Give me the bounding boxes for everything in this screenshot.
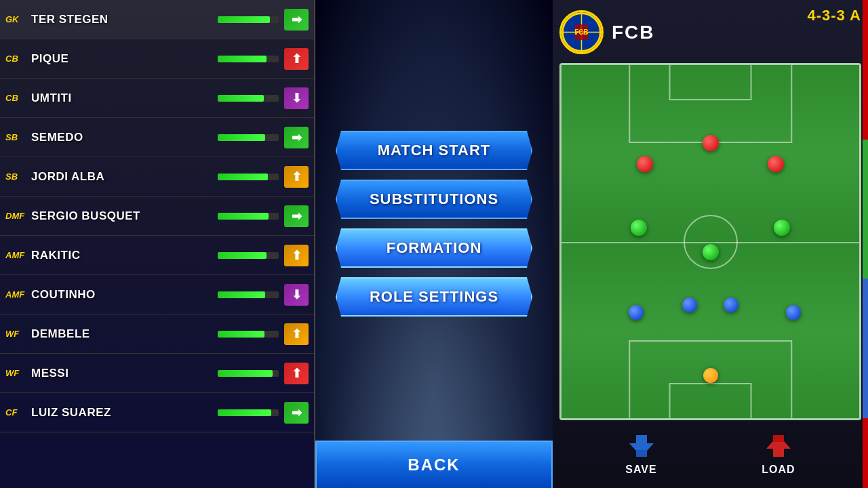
pitch-player-blue-2	[682, 298, 697, 312]
position-badge: WF	[5, 329, 31, 339]
action-button[interactable]: ➡	[284, 205, 309, 227]
stat-bar-container	[218, 134, 279, 141]
stat-bar-container	[218, 409, 279, 416]
arrow-icon: ⬆	[292, 169, 302, 184]
pitch-player-red-10	[768, 156, 784, 172]
save-control[interactable]: SAVE	[625, 431, 656, 476]
action-button[interactable]: ⬆	[284, 323, 309, 345]
load-control[interactable]: LOAD	[762, 431, 795, 476]
stat-bar-container	[218, 331, 279, 338]
player-row[interactable]: WF MESSI ⬆	[0, 354, 314, 393]
action-button[interactable]: ⬆	[284, 363, 309, 384]
stat-bar	[218, 213, 269, 220]
stat-bar-container	[218, 16, 279, 23]
pitch-player-green-7	[774, 220, 790, 236]
position-badge: GK	[5, 14, 31, 24]
player-name: UMTITI	[31, 92, 218, 105]
action-button[interactable]: ⬇	[284, 87, 309, 109]
position-badge: WF	[5, 368, 31, 378]
bar-red	[863, 0, 868, 70]
player-row[interactable]: AMF COUTINHO ⬇	[0, 275, 314, 314]
position-badge: CB	[5, 93, 31, 103]
formation-label: 4-3-3 A	[807, 7, 861, 24]
action-button[interactable]: ➡	[284, 402, 309, 424]
action-button[interactable]: ➡	[284, 9, 309, 30]
match-start-button[interactable]: MATCH START	[336, 131, 532, 170]
bottom-controls: SAVE LOAD	[559, 426, 861, 481]
player-name: JORDI ALBA	[31, 170, 218, 184]
player-name: LUIZ SUAREZ	[31, 406, 218, 420]
stat-bar	[218, 331, 264, 338]
arrow-icon: ⬇	[292, 91, 302, 106]
svg-rect-1	[575, 24, 588, 40]
save-label: SAVE	[625, 464, 656, 476]
action-button[interactable]: ⬆	[284, 245, 309, 266]
formation-button[interactable]: FORMATION	[336, 228, 532, 268]
pitch-player-orange-0	[703, 368, 718, 383]
player-row[interactable]: CB UMTITI ⬇	[0, 79, 314, 118]
stat-bar-container	[218, 213, 279, 220]
position-badge: AMF	[5, 250, 31, 260]
position-badge: CF	[5, 407, 31, 418]
player-row[interactable]: SB SEMEDO ➡	[0, 118, 314, 157]
position-badge: SB	[5, 132, 31, 142]
role-settings-button[interactable]: ROLE SETTINGS	[336, 277, 532, 317]
player-name: PIQUE	[31, 52, 218, 66]
player-row[interactable]: SB JORDI ALBA ⬆	[0, 157, 314, 197]
player-name: TER STEGEN	[31, 13, 218, 26]
arrow-icon: ⬆	[292, 366, 302, 381]
arrow-icon: ⬇	[292, 287, 302, 302]
bar-green	[863, 140, 868, 209]
action-button[interactable]: ➡	[284, 127, 309, 148]
player-row[interactable]: DMF SERGIO BUSQUET ➡	[0, 197, 314, 236]
pitch-player-red-9	[703, 135, 719, 151]
player-row[interactable]: WF DEMBELE ⬆	[0, 314, 314, 354]
position-badge: CB	[5, 54, 31, 64]
stat-bar	[218, 134, 265, 141]
pitch	[559, 63, 861, 420]
position-badge: DMF	[5, 211, 31, 221]
bar-green2	[863, 209, 868, 279]
bar-red2	[863, 70, 868, 140]
save-icon	[627, 431, 656, 461]
player-row[interactable]: CF LUIZ SUAREZ ➡	[0, 393, 314, 432]
pitch-player-blue-1	[629, 305, 644, 320]
stat-bar-container	[218, 95, 279, 102]
action-button[interactable]: ⬇	[284, 284, 309, 306]
player-row[interactable]: AMF RAKITIC ⬆	[0, 236, 314, 275]
player-name: MESSI	[31, 367, 218, 380]
tactical-panel: FCB FCB 4-3-3 A SAVE	[553, 0, 868, 488]
pitch-player-green-5	[631, 220, 647, 236]
player-name: SERGIO BUSQUET	[31, 209, 218, 223]
stat-bar	[218, 174, 268, 180]
arrow-icon: ➡	[292, 209, 302, 224]
position-badge: AMF	[5, 289, 31, 300]
load-icon	[764, 431, 793, 461]
back-button[interactable]: BACK	[315, 441, 553, 488]
stat-bar-container	[218, 56, 279, 62]
arrow-icon: ⬆	[292, 52, 302, 66]
action-button[interactable]: ⬆	[284, 166, 309, 188]
svg-rect-6	[773, 435, 784, 442]
substitutions-button[interactable]: SUBSTITUTIONS	[336, 180, 532, 219]
pitch-player-blue-4	[786, 305, 801, 320]
stat-bar-container	[218, 370, 279, 377]
arrow-icon: ➡	[292, 12, 302, 27]
team-name: FCB	[612, 22, 655, 43]
side-color-bar	[863, 0, 868, 488]
bar-blue2	[863, 348, 868, 418]
position-badge: SB	[5, 171, 31, 182]
svg-text:FCB: FCB	[576, 30, 587, 36]
menu-panel: MATCH START SUBSTITUTIONS FORMATION ROLE…	[315, 0, 553, 488]
team-badge: FCB	[559, 10, 604, 54]
action-button[interactable]: ⬆	[284, 48, 309, 70]
player-name: SEMEDO	[31, 131, 218, 144]
stat-bar	[218, 409, 271, 416]
player-list: GK TER STEGEN ➡ CB PIQUE ⬆ CB UMTITI ⬇ S…	[0, 0, 315, 488]
load-label: LOAD	[762, 464, 795, 476]
player-row[interactable]: CB PIQUE ⬆	[0, 39, 314, 79]
pitch-player-red-8	[637, 156, 653, 172]
arrow-icon: ➡	[292, 130, 302, 145]
stat-bar-container	[218, 252, 279, 259]
player-row[interactable]: GK TER STEGEN ➡	[0, 0, 314, 39]
